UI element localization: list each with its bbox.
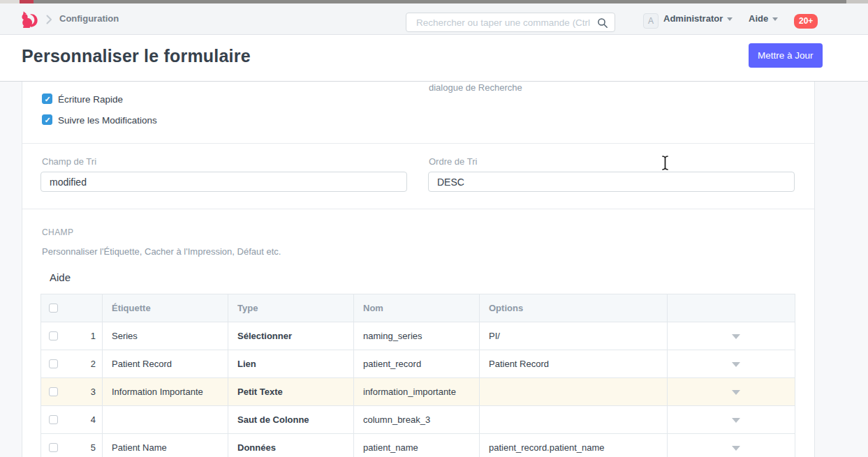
row-index: 3 — [91, 387, 96, 397]
cell-options[interactable] — [480, 378, 668, 406]
cell-options[interactable]: PI/ — [480, 322, 668, 350]
breadcrumb[interactable]: Configuration — [59, 13, 119, 24]
user-menu-label: Administrator — [663, 13, 723, 24]
row-index: 1 — [91, 331, 96, 341]
col-header-actions — [668, 294, 795, 322]
row-checkbox[interactable] — [49, 387, 58, 396]
cell-nom[interactable]: information_importante — [354, 378, 480, 406]
section-heading: CHAMP — [42, 227, 73, 237]
page-title: Personnaliser le formulaire — [22, 46, 251, 66]
col-header-nom: Nom — [354, 294, 480, 322]
section-divider — [22, 209, 814, 209]
cell-etiquette[interactable]: Patient Name — [103, 434, 228, 457]
grid-row[interactable]: 5 Patient Name Données patient_name pati… — [41, 434, 795, 457]
chevron-down-icon — [727, 17, 733, 21]
row-checkbox[interactable] — [49, 359, 58, 368]
sort-field-input[interactable] — [41, 172, 407, 192]
cell-type[interactable]: Petit Texte — [228, 378, 354, 406]
cell-etiquette[interactable]: Series — [103, 322, 228, 350]
checkbox-label: Écriture Rapide — [58, 94, 123, 105]
breadcrumb-chevron-icon — [46, 15, 52, 24]
row-index: 2 — [91, 359, 96, 369]
checkbox-icon[interactable] — [42, 93, 52, 104]
grid-row[interactable]: 1 Series Sélectionner naming_series PI/ — [41, 322, 795, 350]
field-grid-body: 1 Series Sélectionner naming_series PI/ … — [41, 322, 795, 457]
avatar[interactable]: A — [643, 13, 659, 29]
checkbox-icon[interactable] — [42, 114, 52, 125]
section-divider — [22, 143, 814, 144]
cell-type[interactable]: Données — [228, 434, 354, 457]
page-body: dialogue de Recherche Écriture Rapide Su… — [0, 82, 868, 457]
help-menu[interactable]: Aide — [749, 13, 778, 24]
sort-order-label: Ordre de Tri — [429, 156, 477, 167]
cell-options[interactable]: patient_record.patient_name — [480, 434, 668, 457]
page-head: Personnaliser le formulaire Mettre à Jou… — [0, 35, 868, 82]
cell-type[interactable]: Lien — [228, 350, 354, 378]
fields-grid: Étiquette Type Nom Options 1 Series Séle… — [41, 294, 795, 457]
grid-row[interactable]: 3 Information Importante Petit Texte inf… — [41, 378, 795, 406]
search-icon[interactable] — [597, 17, 608, 29]
cell-type[interactable]: Sélectionner — [228, 322, 354, 350]
grid-header-row: Étiquette Type Nom Options — [41, 294, 795, 322]
checkbox-label: Suivre les Modifications — [58, 115, 157, 126]
row-checkbox[interactable] — [49, 331, 58, 340]
row-checkbox[interactable] — [49, 415, 58, 424]
row-index: 4 — [91, 414, 96, 425]
row-dropdown-icon[interactable] — [732, 446, 740, 451]
form-card: dialogue de Recherche Écriture Rapide Su… — [22, 82, 815, 457]
cell-nom[interactable]: patient_name — [354, 434, 480, 457]
navbar: Configuration A Administrator Aide 20+ — [0, 3, 868, 35]
section-description: Personnaliser l'Étiquette, Cacher à l'Im… — [42, 246, 281, 257]
col-header-etiquette: Étiquette — [103, 294, 228, 322]
app-window: Configuration A Administrator Aide 20+ P… — [0, 0, 868, 457]
cell-nom[interactable]: naming_series — [354, 322, 480, 350]
sort-field-label: Champ de Tri — [42, 156, 96, 167]
user-menu[interactable]: Administrator — [663, 13, 733, 24]
app-logo-squirrel-icon[interactable] — [20, 10, 39, 29]
search-input[interactable] — [406, 13, 615, 31]
cell-nom[interactable]: patient_record — [354, 350, 480, 378]
row-dropdown-icon[interactable] — [732, 390, 740, 395]
notifications-badge[interactable]: 20+ — [794, 14, 818, 29]
chevron-down-icon — [772, 17, 778, 21]
row-dropdown-icon[interactable] — [732, 334, 740, 339]
col-header-type: Type — [228, 294, 354, 322]
cell-nom[interactable]: column_break_3 — [354, 406, 480, 434]
col-header-options: Options — [480, 294, 668, 322]
row-dropdown-icon[interactable] — [732, 418, 740, 423]
grid-row[interactable]: 4 Saut de Colonne column_break_3 — [41, 406, 795, 434]
cell-options[interactable] — [480, 406, 668, 434]
cell-etiquette[interactable]: Patient Record — [103, 350, 228, 378]
row-dropdown-icon[interactable] — [732, 362, 740, 367]
sort-order-input[interactable] — [428, 172, 795, 192]
cell-options[interactable]: Patient Record — [480, 350, 668, 378]
row-index: 5 — [91, 442, 96, 453]
clipped-field-label: dialogue de Recherche — [429, 82, 522, 93]
grid-label: Aide — [50, 271, 71, 283]
global-search — [406, 13, 615, 32]
grid-row[interactable]: 2 Patient Record Lien patient_record Pat… — [41, 350, 795, 378]
cell-etiquette[interactable]: Information Importante — [103, 378, 228, 406]
select-all-checkbox[interactable] — [49, 304, 58, 313]
cell-type[interactable]: Saut de Colonne — [228, 406, 354, 434]
help-menu-label: Aide — [749, 13, 768, 24]
row-checkbox[interactable] — [49, 443, 58, 452]
update-button[interactable]: Mettre à Jour — [749, 43, 823, 68]
cell-etiquette[interactable] — [103, 406, 228, 434]
